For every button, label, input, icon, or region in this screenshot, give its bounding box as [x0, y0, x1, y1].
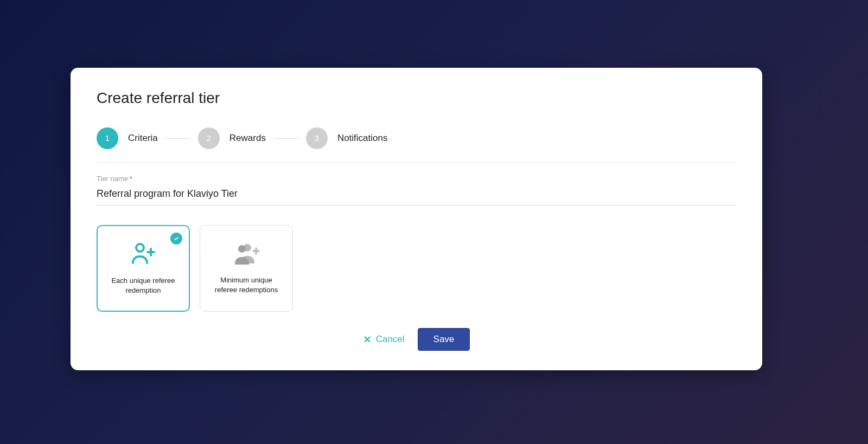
step-rewards[interactable]: 2 Rewards: [198, 127, 266, 149]
cancel-label: Cancel: [376, 334, 405, 345]
step-label-3: Notifications: [337, 133, 388, 144]
close-icon: [363, 335, 372, 344]
step-connector: [165, 138, 190, 139]
tier-name-label-text: Tier name: [97, 175, 128, 183]
check-icon: [170, 233, 182, 244]
step-circle-1: 1: [97, 127, 118, 149]
step-connector: [273, 138, 298, 139]
step-circle-3: 3: [306, 127, 328, 149]
required-mark: *: [130, 175, 132, 183]
step-label-2: Rewards: [229, 133, 266, 144]
person-plus-icon: [130, 241, 157, 267]
step-circle-2: 2: [198, 127, 220, 149]
stepper: 1 Criteria 2 Rewards 3 Notifications: [97, 127, 736, 163]
svg-point-2: [238, 245, 246, 253]
people-plus-icon: [232, 242, 260, 267]
option-each-unique-referee[interactable]: Each unique referee redemption: [97, 225, 190, 312]
step-label-1: Criteria: [128, 133, 158, 144]
option-label: Minimum unique referee redemptions: [208, 275, 284, 294]
step-notifications[interactable]: 3 Notifications: [306, 127, 388, 149]
criteria-options: Each unique referee redemption Minimum u…: [97, 225, 736, 312]
step-criteria[interactable]: 1 Criteria: [97, 127, 158, 149]
page-title: Create referral tier: [97, 89, 736, 107]
cancel-button[interactable]: Cancel: [363, 334, 405, 345]
svg-point-0: [136, 244, 144, 252]
option-minimum-unique-referee[interactable]: Minimum unique referee redemptions: [200, 225, 293, 312]
modal-card: Create referral tier 1 Criteria 2 Reward…: [71, 68, 762, 370]
tier-name-input[interactable]: [97, 186, 736, 205]
footer-actions: Cancel Save: [97, 328, 736, 351]
tier-name-label: Tier name*: [97, 175, 736, 183]
save-button[interactable]: Save: [418, 328, 470, 351]
option-label: Each unique referee redemption: [105, 276, 181, 295]
tier-name-field: Tier name*: [97, 175, 736, 205]
